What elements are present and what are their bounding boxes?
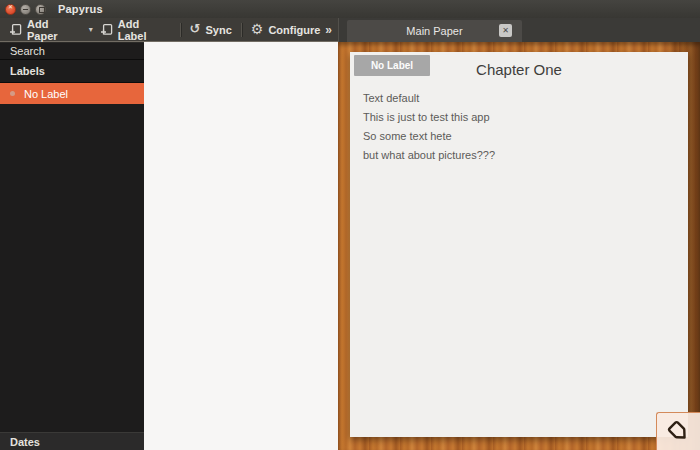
label-dot-icon (10, 91, 15, 96)
sidebar-item-no-label[interactable]: No Label (0, 83, 144, 104)
paper-body[interactable]: Text default This is just to test this a… (363, 89, 675, 165)
title-bar: Papyrus (0, 0, 700, 18)
toolbar-separator (241, 23, 242, 37)
window-title: Papyrus (58, 3, 103, 15)
paper-list-panel[interactable] (144, 42, 338, 450)
tab-main-paper[interactable]: Main Paper ✕ (347, 20, 522, 42)
window-maximize-button[interactable] (35, 4, 46, 15)
add-label-button[interactable]: Add Label (95, 18, 176, 41)
paper-card[interactable]: No Label Chapter One Text default This i… (350, 52, 688, 437)
configure-label: Configure (268, 24, 320, 36)
paper-text-line: Text default (363, 89, 675, 108)
configure-button[interactable]: ⚙ Configure (246, 18, 326, 41)
toolbar-overflow-chevron[interactable]: » (325, 23, 334, 37)
app-window: Papyrus Add Paper ▾ (0, 0, 700, 450)
tab-close-icon[interactable]: ✕ (499, 24, 512, 37)
add-paper-icon (9, 23, 22, 36)
toolbar: Add Paper ▾ Add Label ↺ Sync ⚙ (0, 18, 338, 42)
sync-label: Sync (206, 24, 232, 36)
tab-label: Main Paper (406, 25, 462, 37)
paper-text-line: So some text hete (363, 127, 675, 146)
window-minimize-button[interactable] (20, 4, 31, 15)
paper-text-line: This is just to test this app (363, 108, 675, 127)
sidebar-spacer (0, 104, 144, 432)
add-paper-dropdown-arrow[interactable]: ▾ (87, 25, 95, 34)
window-close-button[interactable] (5, 4, 16, 15)
sidebar-item-search[interactable]: Search (0, 42, 144, 60)
add-paper-button[interactable]: Add Paper (4, 18, 87, 41)
add-paper-label: Add Paper (27, 18, 82, 42)
top-strip: Add Paper ▾ Add Label ↺ Sync ⚙ (0, 18, 700, 42)
main-area: Search Labels No Label Dates No Label Ch… (0, 42, 700, 450)
add-label-label: Add Label (118, 18, 171, 42)
sidebar: Search Labels No Label Dates (0, 42, 144, 450)
label-corner-button[interactable] (656, 412, 700, 450)
sidebar-section-labels[interactable]: Labels (0, 60, 144, 83)
paper-title[interactable]: Chapter One (350, 61, 688, 78)
gear-icon: ⚙ (251, 22, 264, 36)
sidebar-section-dates[interactable]: Dates (0, 432, 144, 450)
paper-text-line: but what about pictures??? (363, 146, 675, 165)
add-label-icon (100, 23, 113, 36)
toolbar-separator (180, 23, 181, 37)
tag-icon (660, 413, 698, 450)
sidebar-item-label: No Label (24, 88, 68, 100)
sync-button[interactable]: ↺ Sync (185, 18, 237, 41)
sync-icon: ↺ (190, 22, 201, 35)
tab-bar: Main Paper ✕ (338, 18, 700, 42)
desk-background: No Label Chapter One Text default This i… (338, 42, 700, 450)
